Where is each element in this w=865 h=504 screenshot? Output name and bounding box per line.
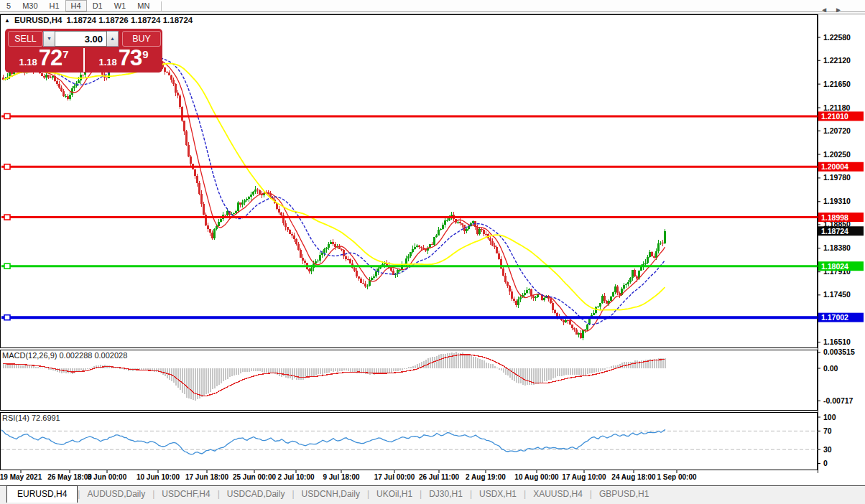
- svg-text:1.21650: 1.21650: [823, 80, 851, 88]
- svg-text:1.19310: 1.19310: [823, 197, 851, 205]
- rsi-name: RSI(14): [2, 414, 29, 422]
- time-axis: 19 May 202126 May 18:003 Jun 00:0010 Jun…: [0, 470, 697, 481]
- svg-text:2 Aug 19:00: 2 Aug 19:00: [466, 473, 506, 481]
- buy-price-small: 1.18: [98, 57, 116, 67]
- svg-text:-0.00717: -0.00717: [823, 396, 854, 405]
- macd-values: 0.002288 0.002028: [59, 351, 127, 360]
- chart-symbol-label: EURUSD,H4: [14, 16, 62, 24]
- svg-text:1.19780: 1.19780: [823, 173, 851, 182]
- svg-text:26 May 18:00: 26 May 18:00: [47, 473, 92, 481]
- svg-text:9 Jul 18:00: 9 Jul 18:00: [323, 473, 360, 481]
- one-click-trading-panel: SELL ▼ ▲ BUY 1.18 72 7 1.18 73 9: [5, 29, 162, 73]
- mt4-window: 5M30H1H4D1W1MN 1.225801.221201.216501.21…: [0, 0, 865, 504]
- volume-input[interactable]: [55, 31, 107, 47]
- svg-text:30: 30: [823, 445, 832, 454]
- svg-text:70: 70: [823, 426, 832, 435]
- buy-price-pip: 9: [142, 48, 148, 60]
- svg-text:1 Sep 00:00: 1 Sep 00:00: [657, 473, 696, 481]
- rsi-value: 72.6991: [32, 414, 60, 422]
- chevron-down-icon: ▼: [47, 36, 52, 41]
- sell-price-big: 72: [39, 47, 62, 69]
- svg-text:1.20250: 1.20250: [823, 150, 851, 159]
- volume-decrease-button[interactable]: ▼: [43, 31, 55, 47]
- svg-text:3 Jun 00:00: 3 Jun 00:00: [88, 473, 127, 481]
- hline-handle[interactable]: [4, 263, 10, 269]
- svg-text:1.17002: 1.17002: [821, 313, 848, 322]
- svg-text:10 Jun 10:00: 10 Jun 10:00: [137, 473, 180, 481]
- buy-button[interactable]: BUY: [122, 31, 161, 47]
- svg-text:0.003515: 0.003515: [823, 347, 855, 356]
- svg-text:1.20004: 1.20004: [821, 162, 848, 171]
- price-axis: 1.225801.221201.216501.211801.207201.202…: [818, 14, 855, 473]
- svg-text:1.22580: 1.22580: [823, 33, 851, 42]
- svg-text:25 Jun 00:00: 25 Jun 00:00: [233, 473, 276, 481]
- buy-price-display[interactable]: 1.18 73 9: [85, 47, 162, 72]
- svg-text:10 Aug 00:00: 10 Aug 00:00: [514, 473, 559, 481]
- sell-price-display[interactable]: 1.18 72 7: [5, 47, 83, 72]
- sell-button[interactable]: SELL: [8, 31, 43, 47]
- svg-text:24 Aug 18:00: 24 Aug 18:00: [611, 473, 656, 481]
- svg-text:26 Jul 11:00: 26 Jul 11:00: [419, 473, 460, 481]
- hline-handle[interactable]: [4, 164, 10, 169]
- volume-increase-button[interactable]: ▲: [107, 31, 119, 47]
- hline-handle[interactable]: [4, 315, 10, 320]
- svg-text:1.18380: 1.18380: [823, 243, 851, 252]
- sell-price-pip: 7: [63, 48, 68, 60]
- hline-handle[interactable]: [4, 113, 10, 118]
- svg-text:1.18998: 1.18998: [821, 213, 848, 222]
- svg-text:100: 100: [823, 413, 836, 421]
- chevron-up-icon: ▲: [110, 36, 115, 41]
- svg-text:2 Jul 10:00: 2 Jul 10:00: [277, 473, 315, 481]
- collapse-icon[interactable]: ▲: [4, 17, 10, 24]
- svg-text:1.21010: 1.21010: [821, 112, 848, 121]
- svg-text:1.17450: 1.17450: [823, 290, 851, 299]
- chart-title: ▲ EURUSD,H4 1.18724 1.18726 1.18724 1.18…: [4, 16, 193, 24]
- svg-text:17 Jul 00:00: 17 Jul 00:00: [374, 473, 415, 481]
- svg-text:0.00: 0.00: [823, 364, 838, 373]
- svg-text:1.18724: 1.18724: [821, 227, 848, 235]
- svg-text:19 May 2021: 19 May 2021: [0, 473, 42, 481]
- svg-text:1.18024: 1.18024: [821, 262, 848, 271]
- svg-text:17 Jun 18:00: 17 Jun 18:00: [185, 473, 228, 481]
- macd-label: MACD(12,26,9) 0.002288 0.002028: [2, 351, 127, 360]
- svg-text:1.16510: 1.16510: [823, 337, 851, 346]
- macd-name: MACD(12,26,9): [2, 351, 57, 360]
- chart-canvas: 1.225801.221201.216501.211801.207201.202…: [0, 0, 865, 504]
- svg-text:0: 0: [823, 459, 828, 467]
- sell-price-small: 1.18: [19, 57, 37, 67]
- hline-handle[interactable]: [4, 215, 10, 220]
- rsi-label: RSI(14) 72.6991: [2, 414, 60, 422]
- buy-price-big: 73: [119, 47, 142, 69]
- svg-text:17 Aug 10:00: 17 Aug 10:00: [562, 473, 606, 481]
- chart-ohlc-values: 1.18724 1.18726 1.18724 1.18724: [66, 16, 193, 24]
- svg-text:1.20720: 1.20720: [823, 126, 851, 135]
- svg-text:1.22120: 1.22120: [823, 56, 851, 65]
- pane-backgrounds: [1, 15, 818, 470]
- svg-text:1.21180: 1.21180: [823, 103, 851, 112]
